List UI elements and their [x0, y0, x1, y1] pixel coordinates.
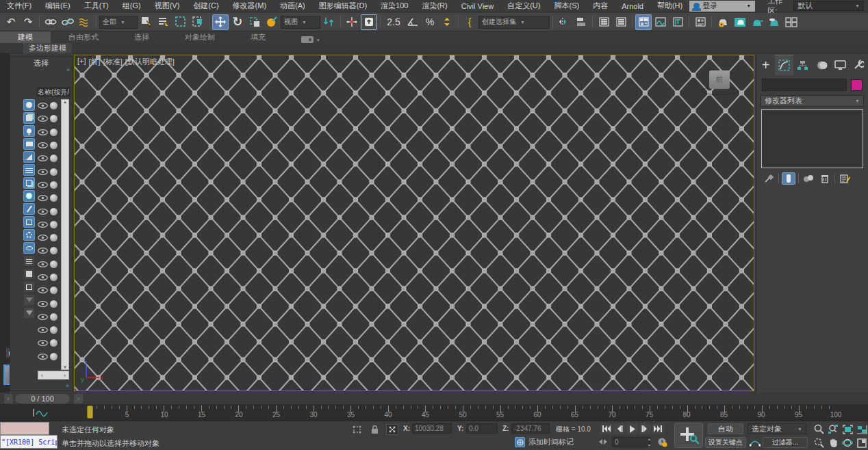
object-row[interactable]	[38, 350, 61, 363]
object-row[interactable]	[38, 336, 61, 349]
keyboard-shortcut-override-icon[interactable]	[361, 14, 377, 30]
explorer-horizontal-scrollbar[interactable]: ‹ ›	[38, 371, 69, 380]
filter-materials-icon[interactable]	[23, 229, 35, 241]
menu-item[interactable]: 自定义(U)	[500, 1, 547, 11]
curve-editor-icon[interactable]	[652, 14, 669, 30]
align-icon[interactable]	[573, 14, 589, 30]
visibility-eye-icon[interactable]	[38, 169, 48, 175]
filter-funnel-icon[interactable]	[23, 307, 35, 319]
select-and-manipulate-icon[interactable]	[344, 14, 360, 30]
maxscript-listener-input[interactable]: "[XR100] Scrip	[0, 435, 58, 449]
zoom-region-icon[interactable]	[812, 436, 826, 449]
mini-curve-editor-button[interactable]	[30, 407, 53, 419]
filter-bones-icon[interactable]	[23, 203, 35, 215]
filter-lights-icon[interactable]	[23, 125, 35, 137]
chevron-right-icon[interactable]: »	[66, 382, 69, 389]
pin-stack-icon[interactable]	[762, 172, 776, 185]
front-viewport[interactable]: [+] [前] [标准] [默认明暗处理] 前 z x y	[74, 55, 754, 391]
workspace-select[interactable]: 默认 ▼	[793, 1, 864, 11]
toggle-layer-explorer-icon[interactable]	[613, 14, 629, 30]
visibility-eye-icon[interactable]	[38, 103, 48, 109]
go-to-start-button[interactable]	[600, 423, 612, 434]
menu-item[interactable]: 脚本(S)	[547, 1, 586, 11]
ribbon-tab-modeling[interactable]: 建模	[0, 31, 51, 43]
filter-box-icon[interactable]	[23, 281, 35, 293]
tab-display[interactable]	[831, 55, 850, 75]
visibility-eye-icon[interactable]	[38, 261, 48, 267]
menu-item[interactable]: 工具(T)	[77, 1, 116, 11]
menu-item[interactable]: 修改器(M)	[226, 1, 274, 11]
object-name-field[interactable]	[762, 79, 847, 91]
visibility-eye-icon[interactable]	[38, 287, 48, 293]
filter-cameras-icon[interactable]	[23, 138, 35, 150]
viewcube-front-face[interactable]: 前	[709, 70, 730, 89]
object-row[interactable]	[38, 99, 61, 112]
chevron-down-icon[interactable]: ▾	[317, 38, 320, 43]
object-row[interactable]	[38, 139, 61, 152]
make-unique-icon[interactable]	[802, 172, 815, 185]
x-coord-field[interactable]: 10030.28	[412, 423, 452, 434]
viewport-standard-button[interactable]: [标准]	[103, 57, 123, 67]
visibility-eye-icon[interactable]	[38, 142, 48, 148]
modifier-list-dropdown[interactable]: 修改器列表 ▼	[761, 95, 864, 107]
maxscript-listener-top[interactable]	[0, 422, 49, 435]
visibility-eye-icon[interactable]	[38, 155, 48, 161]
time-configuration-icon[interactable]	[656, 436, 668, 447]
object-row[interactable]	[38, 152, 61, 165]
visibility-eye-icon[interactable]	[38, 235, 48, 241]
schematic-view-icon[interactable]	[669, 14, 686, 30]
login-button[interactable]: 登录 ▼	[689, 1, 755, 12]
scroll-left-icon[interactable]: ‹	[41, 372, 43, 379]
previous-frame-button[interactable]: ‹	[4, 394, 13, 403]
key-filters-button[interactable]: 过滤器...	[763, 437, 808, 448]
previous-frame-button[interactable]	[613, 423, 625, 434]
object-row[interactable]	[38, 258, 61, 271]
selection-filter-dropdown[interactable]: 全部 ▼	[99, 16, 138, 29]
menu-item[interactable]: 组(G)	[116, 1, 148, 11]
menu-item[interactable]: 帮助(H)	[650, 1, 689, 11]
selection-set-dropdown[interactable]: 选定对象 ▼	[748, 423, 806, 434]
play-button[interactable]	[626, 423, 638, 434]
default-tangent-icon[interactable]	[749, 436, 761, 447]
zoom-extents-icon[interactable]	[841, 423, 854, 436]
set-keys-button[interactable]	[674, 423, 703, 448]
visibility-eye-icon[interactable]	[38, 301, 48, 307]
menu-item[interactable]: 图形编辑器(D)	[312, 1, 374, 11]
toggle-ribbon-icon[interactable]	[635, 14, 652, 30]
menu-item[interactable]: 内容	[586, 1, 615, 11]
menu-item[interactable]: 编辑(E)	[38, 1, 77, 11]
add-time-tag-label[interactable]: 添加时间标记	[528, 437, 574, 447]
filter-geometry-icon[interactable]	[23, 99, 35, 111]
select-and-move-icon[interactable]	[212, 14, 229, 30]
object-row[interactable]	[38, 126, 61, 139]
visibility-eye-icon[interactable]	[38, 182, 48, 188]
visibility-eye-icon[interactable]	[38, 195, 48, 201]
material-editor-icon[interactable]	[692, 14, 709, 30]
scene-explorer-title[interactable]: 选择	[10, 57, 72, 69]
filter-frozen-icon[interactable]	[23, 268, 35, 280]
object-row[interactable]	[38, 191, 61, 204]
select-and-link-icon[interactable]	[42, 14, 59, 30]
render-production-icon[interactable]	[749, 14, 765, 30]
filter-hidden-icon[interactable]	[23, 242, 35, 254]
filter-xrefs-icon[interactable]	[23, 190, 35, 202]
time-slider-value[interactable]: 0 / 100	[15, 394, 70, 403]
visibility-eye-icon[interactable]	[38, 129, 48, 135]
tab-hierarchy[interactable]	[793, 55, 812, 75]
window-crossing-toggle-icon[interactable]	[190, 14, 206, 30]
explorer-vertical-scrollbar[interactable]: ▲ ▼	[61, 99, 69, 370]
object-color-swatch[interactable]	[851, 79, 863, 91]
orbit-icon[interactable]	[841, 436, 854, 449]
unlink-selection-icon[interactable]	[60, 14, 76, 30]
remove-modifier-icon[interactable]	[818, 172, 832, 185]
object-row[interactable]	[38, 204, 61, 217]
visibility-eye-icon[interactable]	[38, 274, 48, 280]
edit-named-selection-sets-icon[interactable]: {	[461, 14, 478, 30]
visibility-eye-icon[interactable]	[38, 340, 48, 346]
name-column-header[interactable]: 名称(按升/	[36, 87, 71, 97]
percent-snap-icon[interactable]: %	[422, 14, 438, 30]
ribbon-tab-selection[interactable]: 选择	[116, 31, 167, 43]
filter-containers-icon[interactable]	[23, 216, 35, 228]
menu-item[interactable]: 动画(A)	[273, 1, 312, 11]
go-to-end-button[interactable]	[652, 423, 664, 434]
